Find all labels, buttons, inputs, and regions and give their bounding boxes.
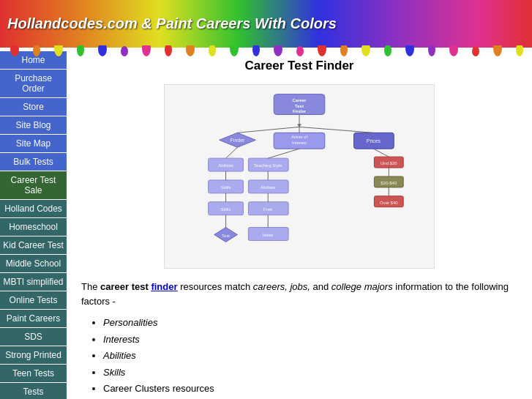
sidebar-item-kid-career-test[interactable]: Kid Career Test <box>0 236 67 254</box>
svg-marker-5 <box>297 124 301 127</box>
header: Hollandcodes.com & Paint Careers With Co… <box>0 0 532 48</box>
intro-paragraph: The career test finder resources match c… <box>81 280 517 308</box>
sidebar-item-purchase-order[interactable]: Purchase Order <box>0 70 67 97</box>
svg-line-24 <box>373 149 389 157</box>
sidebar-item-homeschool[interactable]: Homeschool <box>0 218 67 236</box>
svg-line-13 <box>237 127 299 133</box>
svg-text:Career: Career <box>293 98 307 102</box>
sidebar-item-middle-school[interactable]: Middle School <box>0 255 67 272</box>
svg-text:Skills: Skills <box>221 185 231 190</box>
list-item: Interests <box>103 332 517 347</box>
svg-text:Areas of: Areas of <box>291 135 308 139</box>
sidebar-item-paint-careers[interactable]: Paint Careers <box>0 310 67 327</box>
svg-text:Test: Test <box>295 104 304 108</box>
finder-link[interactable]: finder <box>151 281 177 292</box>
svg-text:Prices: Prices <box>367 138 381 143</box>
page-title: Career Test Finder <box>81 59 517 73</box>
svg-line-15 <box>299 127 373 133</box>
layout: HomePurchase OrderStoreSite BlogSite Map… <box>0 48 532 399</box>
sidebar-item-holland-codes[interactable]: Holland Codes <box>0 200 67 217</box>
flowchart: Career Test Finder Finder Areas of Inter… <box>164 84 435 269</box>
sidebar: HomePurchase OrderStoreSite BlogSite Map… <box>0 48 67 399</box>
sidebar-item-online-tests[interactable]: Online Tests <box>0 291 67 309</box>
list-item: Career Clusters resources <box>103 381 517 396</box>
list-item: Abilities <box>103 348 517 363</box>
svg-text:Abilities: Abilities <box>218 163 233 168</box>
list-item: Skills <box>103 365 517 380</box>
svg-text:Free: Free <box>263 207 273 212</box>
sidebar-item-tests[interactable]: Tests <box>0 383 67 399</box>
svg-text:Finder: Finder <box>293 109 307 113</box>
sidebar-item-site-blog[interactable]: Site Blog <box>0 116 67 134</box>
sidebar-item-teen-tests[interactable]: Teen Tests <box>0 365 67 382</box>
sidebar-item-career-test-sale[interactable]: Career Test Sale <box>0 171 67 199</box>
site-title: Hollandcodes.com & Paint Careers With Co… <box>7 15 337 32</box>
sidebar-nav: HomePurchase OrderStoreSite BlogSite Map… <box>0 51 67 399</box>
svg-text:Over $40: Over $40 <box>380 201 398 205</box>
sidebar-item-store[interactable]: Store <box>0 98 67 116</box>
svg-text:Und $20: Und $20 <box>381 161 397 165</box>
factors-list: PersonalitiesInterestsAbilitiesSkillsCar… <box>103 316 517 399</box>
svg-text:Ideas: Ideas <box>263 233 274 237</box>
main-content: Career Test Finder Career Test Finder Fi… <box>67 48 532 399</box>
sidebar-item-mbti-simplified[interactable]: MBTI simplified <box>0 273 67 291</box>
list-item: Personalities <box>103 316 517 330</box>
sidebar-item-strong-printed[interactable]: Strong Printed <box>0 346 67 364</box>
svg-text:Abilities: Abilities <box>261 185 276 190</box>
svg-line-21 <box>268 149 299 158</box>
sidebar-item-site-map[interactable]: Site Map <box>0 135 67 152</box>
content-body: The career test finder resources match c… <box>81 280 517 399</box>
svg-text:Teaching Style: Teaching Style <box>254 163 282 168</box>
svg-text:Skills: Skills <box>221 207 231 212</box>
svg-text:$20-$40: $20-$40 <box>381 181 397 185</box>
sidebar-item-sds[interactable]: SDS <box>0 328 67 346</box>
svg-text:Finder: Finder <box>231 138 245 143</box>
sidebar-item-bulk-tests[interactable]: Bulk Tests <box>0 153 67 171</box>
svg-line-18 <box>226 147 238 158</box>
svg-text:Test: Test <box>222 234 230 238</box>
svg-text:Interest: Interest <box>292 141 307 145</box>
